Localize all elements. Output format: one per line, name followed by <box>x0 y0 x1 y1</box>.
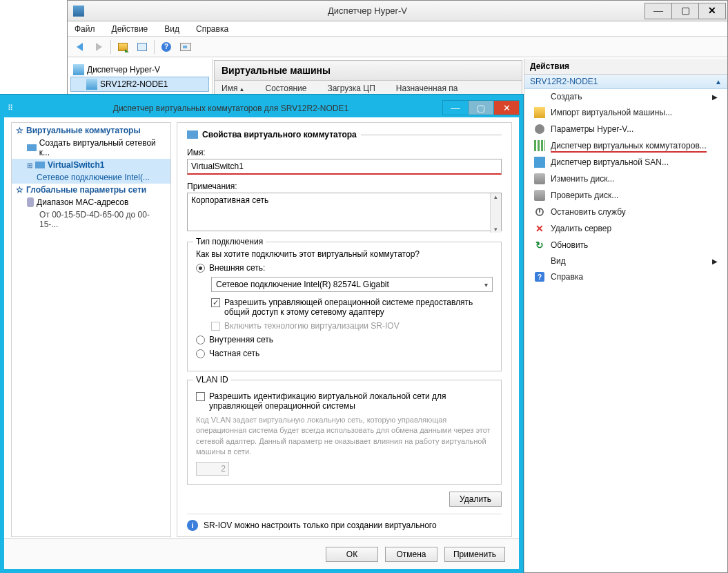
sriov-info-note: i SR-IOV можно настроить только при созд… <box>187 520 502 531</box>
arrow-right-icon <box>96 43 102 51</box>
up-level-button[interactable] <box>115 39 130 55</box>
help-button[interactable]: ? <box>159 39 174 55</box>
action-vswitch-label: Диспетчер виртуальных коммутаторов... <box>551 141 707 150</box>
action-import[interactable]: Импорт виртуальной машины... <box>524 104 727 121</box>
tree-create-label: Создать виртуальный сетевой к... <box>39 138 166 157</box>
radio-internal-label: Внутренняя сеть <box>209 335 273 344</box>
action-delete-server[interactable]: ✕ Удалить сервер <box>524 220 727 237</box>
tree-root-label: Диспетчер Hyper-V <box>87 65 160 75</box>
notes-textarea[interactable] <box>187 193 502 231</box>
show-vm-button[interactable] <box>178 39 193 55</box>
disk-check-icon <box>534 190 545 201</box>
close-button[interactable]: ✕ <box>698 3 726 19</box>
props-heading: Свойства виртуального коммутатора <box>202 130 357 139</box>
vsm-close-button[interactable]: ✕ <box>493 100 520 115</box>
properties-button[interactable] <box>135 39 150 55</box>
chk-vlan-row[interactable]: Разрешить идентификацию виртуальной лока… <box>196 391 493 411</box>
tree-switch-virtualswitch1[interactable]: ⊞ VirtualSwitch1 <box>12 159 170 171</box>
vsm-maximize-button[interactable]: ▢ <box>468 100 494 115</box>
chevron-down-icon: ▾ <box>484 281 488 289</box>
col-cpu[interactable]: Загрузка ЦП <box>327 84 375 93</box>
vsm-button-bar: ОК Отмена Применить <box>4 538 519 569</box>
tree-section-switches[interactable]: ☆ Виртуальные коммутаторы <box>12 124 170 137</box>
vlan-id-input <box>196 462 229 476</box>
col-name[interactable]: Имя <box>222 84 245 93</box>
action-refresh-label: Обновить <box>551 240 588 250</box>
radio-external[interactable] <box>196 264 205 273</box>
col-mem[interactable]: Назначенная па <box>396 84 458 93</box>
apply-button[interactable]: Применить <box>444 547 505 562</box>
hyperv-icon <box>73 64 84 75</box>
vsm-properties-panel: Свойства виртуального коммутатора Имя: П… <box>177 122 512 537</box>
action-refresh[interactable]: ↻ Обновить <box>524 237 727 253</box>
action-delete-label: Удалить сервер <box>551 224 611 233</box>
nav-fwd-button[interactable] <box>91 39 106 55</box>
vm-list-panel: Виртуальные машины Имя Состояние Загрузк… <box>214 60 522 97</box>
tree-mac-sub: От 00-15-5D-4D-65-00 до 00-15-... <box>12 208 170 231</box>
delete-switch-button[interactable]: Удалить <box>449 492 502 507</box>
menu-help[interactable]: Справка <box>193 23 231 35</box>
action-check-disk[interactable]: Проверить диск... <box>524 187 727 204</box>
refresh-icon: ↻ <box>534 240 545 251</box>
notes-label: Примечания: <box>187 182 502 191</box>
action-create[interactable]: Создать ▶ <box>524 89 727 104</box>
conn-legend: Тип подключения <box>193 237 266 246</box>
textarea-scrollbar[interactable]: ▴▾ <box>490 193 501 233</box>
vlan-group: VLAN ID Разрешить идентификацию виртуаль… <box>187 380 502 485</box>
folder-up-icon <box>118 43 128 51</box>
help-icon: ? <box>161 42 171 52</box>
stop-icon <box>535 208 544 216</box>
radio-external-row[interactable]: Внешняя сеть: <box>196 263 493 273</box>
ok-button[interactable]: ОК <box>326 547 378 562</box>
scroll-down-icon: ▾ <box>491 226 501 233</box>
tree-create-switch[interactable]: Создать виртуальный сетевой к... <box>12 137 170 159</box>
chk-sriov <box>211 322 220 331</box>
radio-private[interactable] <box>196 349 205 358</box>
virtual-switch-manager-dialog: ⠿ Диспетчер виртуальных коммутаторов для… <box>0 95 523 573</box>
action-stop-service[interactable]: Остановить службу <box>524 204 727 220</box>
vlan-description: Код VLAN задает виртуальную локальную се… <box>196 415 493 458</box>
vsm-minimize-button[interactable]: — <box>442 100 469 115</box>
action-edit-disk[interactable]: Изменить диск... <box>524 171 727 187</box>
gear-icon <box>535 124 544 134</box>
tree-root[interactable]: Диспетчер Hyper-V <box>70 63 209 77</box>
menu-file[interactable]: Файл <box>72 23 98 35</box>
col-state[interactable]: Состояние <box>266 84 307 93</box>
chk-mgmt-share[interactable] <box>211 298 220 307</box>
menu-view[interactable]: Вид <box>161 23 182 35</box>
radio-private-row[interactable]: Частная сеть <box>196 349 493 358</box>
cancel-button[interactable]: Отмена <box>385 547 437 562</box>
action-vsan[interactable]: Диспетчер виртуальной SAN... <box>524 154 727 171</box>
import-icon <box>534 107 545 118</box>
maximize-button[interactable]: ▢ <box>671 3 699 19</box>
connection-type-group: Тип подключения Как вы хотите подключить… <box>187 242 502 371</box>
vsm-titlebar[interactable]: ⠿ Диспетчер виртуальных коммутаторов для… <box>3 98 520 117</box>
tree-mac-range[interactable]: Диапазон MAC-адресов <box>12 196 170 208</box>
tree-node[interactable]: SRV12R2-NODE1 <box>70 77 209 92</box>
radio-internal-row[interactable]: Внутренняя сеть <box>196 335 493 344</box>
action-vswitch[interactable]: Диспетчер виртуальных коммутаторов... <box>524 137 727 154</box>
chk-vlan-enable[interactable] <box>196 392 205 401</box>
chk-mgmt-share-row[interactable]: Разрешить управляющей операционной систе… <box>211 298 493 317</box>
switch-name-input[interactable] <box>187 159 502 175</box>
minimize-button[interactable]: — <box>645 3 672 19</box>
grip-icon: ⠿ <box>3 104 19 113</box>
help-icon: ? <box>535 272 544 282</box>
action-import-label: Импорт виртуальной машины... <box>551 108 672 117</box>
chk-mgmt-share-label: Разрешить управляющей операционной систе… <box>224 298 493 317</box>
nav-back-button[interactable] <box>72 39 87 55</box>
action-help[interactable]: ? Справка <box>524 269 727 285</box>
vsm-title-label: Диспетчер виртуальных коммутаторов для S… <box>113 104 348 113</box>
radio-internal[interactable] <box>196 336 205 344</box>
sriov-note-text: SR-IOV можно настроить только при создан… <box>204 521 437 530</box>
action-params-label: Параметры Hyper-V... <box>551 124 633 134</box>
actions-node-header[interactable]: SRV12R2-NODE1 ▲ <box>524 75 727 89</box>
menu-action[interactable]: Действие <box>109 23 151 35</box>
adapter-select[interactable]: Сетевое подключение Intel(R) 82574L Giga… <box>211 277 493 292</box>
chk-sriov-label: Включить технологию виртуализации SR-IOV <box>224 321 400 331</box>
action-view[interactable]: Вид ▶ <box>524 253 727 269</box>
action-view-label: Вид <box>551 256 566 266</box>
tree-switch-conn[interactable]: Сетевое подключение Intel(... <box>12 171 170 184</box>
action-params[interactable]: Параметры Hyper-V... <box>524 121 727 137</box>
tree-section-global[interactable]: ☆ Глобальные параметры сети <box>12 184 170 196</box>
